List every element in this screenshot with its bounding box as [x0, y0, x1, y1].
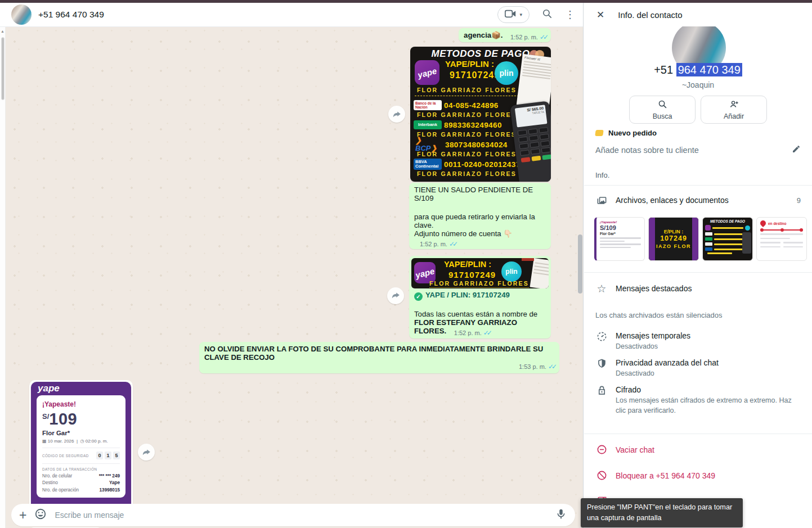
- label-tag-icon: [595, 130, 604, 136]
- pencil-icon: [792, 145, 801, 156]
- yape-plin-number: 917107249: [450, 70, 500, 80]
- read-ticks-icon: ✓✓: [546, 363, 555, 371]
- scroll-up-icon[interactable]: ▲: [1, 29, 5, 33]
- advanced-privacy-row[interactable]: Privacidad avanzada del chat Desactivado: [595, 358, 801, 378]
- message-outgoing-image: METODOS DE PAGO yape YAPE/PLIN : 9171072…: [388, 47, 551, 182]
- receipt-row: DestinoYape: [42, 480, 120, 485]
- payment-methods-image[interactable]: METODOS DE PAGO yape YAPE/PLIN : 9171072…: [410, 47, 551, 182]
- avatar[interactable]: [11, 4, 32, 25]
- close-icon[interactable]: ✕: [596, 9, 604, 21]
- encryption-row[interactable]: Cifrado Los mensajes están cifrados de e…: [595, 385, 801, 416]
- person-add-icon: [729, 100, 739, 111]
- star-icon: ☆: [595, 283, 608, 294]
- receipt-card: ¡Yapeaste! S/109 Flor Gar* ▦ 10 mar. 202…: [37, 395, 125, 498]
- message-input[interactable]: Escribe un mensaje: [55, 511, 555, 520]
- caption-line: Todas las cuentas están a nombre de: [414, 310, 546, 318]
- contact-pushname: ~Joaquin: [584, 80, 812, 89]
- left-scrollbar[interactable]: ▲: [0, 27, 6, 528]
- media-thumb-yape-plin[interactable]: E/PLIN : 107249 IAZO FLOR: [648, 217, 699, 261]
- add-contact-button[interactable]: Añadir: [701, 96, 767, 124]
- minus-circle-icon: [595, 444, 608, 455]
- chat-title[interactable]: +51 964 470 349: [38, 10, 497, 20]
- clock-icon: ◷: [80, 439, 84, 444]
- message-composer: + Escribe un mensaje: [11, 504, 575, 526]
- message-meta: 1:53 p. m.✓✓: [204, 363, 555, 371]
- media-thumbnails: ¡Yapeaste! S/109 Flor Gar* E/PLIN : 1072…: [594, 217, 812, 261]
- video-camera-icon: [505, 10, 516, 20]
- message-outgoing-text[interactable]: NO OLVIDE ENVIAR LA FOTO DE SU COMPROBAN…: [199, 342, 559, 373]
- whatsapp-window: +51 964 470 349 ▾ ⋮ agencia�: [0, 0, 812, 528]
- message-line: para que pueda retirarlo y enviarla la c…: [414, 213, 546, 229]
- panel-title: Info. del contacto: [618, 10, 682, 20]
- panel-header: ✕ Info. del contacto: [584, 3, 812, 26]
- window-top-strip: [0, 0, 812, 3]
- media-links-docs-row[interactable]: Archivos, enlaces y documentos 9: [595, 186, 801, 215]
- attach-plus-icon[interactable]: +: [19, 508, 26, 523]
- receipt-paper-graphic: [530, 258, 549, 288]
- customer-notes-row[interactable]: Añade notas sobre tu cliente: [595, 145, 801, 156]
- message-bubble[interactable]: yape ¡Yapeaste! S/109 Flor Gar* ▦ 10 mar…: [29, 380, 133, 524]
- yape-logo: yape: [38, 383, 60, 394]
- search-in-chat-button[interactable]: Busca: [629, 96, 696, 124]
- map-pin-icon: [759, 219, 767, 227]
- bank-row-nacion: Banco de la Nación 04-085-424896: [414, 100, 519, 111]
- receipt-row: Nro. de celular*** *** 249: [42, 473, 120, 479]
- emoji-sticker-icon[interactable]: [34, 508, 47, 522]
- message-text: NO OLVIDE ENVIAR LA FOTO DE SU COMPROBAN…: [204, 345, 543, 362]
- video-call-button[interactable]: ▾: [497, 6, 530, 23]
- archived-chats-note: Los chats archivados están silenciados: [595, 311, 812, 319]
- message-meta: 1:52 p. m.✓✓: [420, 240, 456, 248]
- bank-accounts: Banco de la Nación 04-085-424896 FLOR GA…: [414, 98, 519, 178]
- chat-header-actions: ▾ ⋮: [497, 6, 575, 23]
- green-check-icon: ✓: [414, 292, 423, 301]
- media-thumb-receipt[interactable]: ¡Yapeaste! S/109 Flor Gar*: [594, 217, 645, 261]
- block-contact-row[interactable]: Bloquear a +51 964 470 349: [595, 469, 801, 482]
- forward-icon[interactable]: [387, 287, 404, 304]
- media-thumb-tracking[interactable]: en destino: [756, 217, 807, 261]
- bank-row-interbank: Interbank 8983363249460: [414, 119, 519, 130]
- message-text: agencia📦.: [464, 31, 503, 39]
- contact-phone[interactable]: +51 964 470 349: [584, 64, 812, 76]
- receipt-paper-graphic: Floower st: [517, 54, 551, 109]
- bbva-logo: BBVA Continental: [414, 159, 442, 170]
- receipt-amount: S/109: [42, 410, 120, 428]
- scrollbar-thumb[interactable]: [1, 37, 5, 100]
- plin-logo: plin: [501, 261, 522, 282]
- media-thumb-payment-methods[interactable]: METODOS DE PAGO: [702, 217, 753, 261]
- panel-body: +51 964 470 349 ~Joaquin Busca Añadir Nu…: [584, 64, 812, 528]
- clear-chat-row[interactable]: Vaciar chat: [595, 443, 801, 457]
- message-meta: 1:52 p. m.✓✓: [454, 329, 490, 337]
- search-chat-button[interactable]: [542, 8, 553, 21]
- microphone-icon[interactable]: [555, 508, 567, 522]
- media-count: 9: [797, 196, 801, 205]
- forward-icon[interactable]: [138, 444, 155, 461]
- divider: [415, 96, 522, 96]
- chat-header: +51 964 470 349 ▾ ⋮: [0, 3, 583, 27]
- conversation-area: agencia📦. 1:52 p. m.✓✓ METODOS DE PAGO y…: [0, 27, 583, 528]
- message-outgoing-text[interactable]: agencia📦. 1:52 p. m.✓✓: [459, 28, 551, 42]
- media-stack-icon: [595, 195, 608, 206]
- search-icon: [658, 100, 667, 111]
- selected-text: 964 470 349: [676, 63, 742, 76]
- contact-actions: Busca Añadir: [584, 96, 812, 124]
- read-ticks-icon: ✓✓: [482, 329, 490, 337]
- calendar-icon: ▦: [42, 439, 47, 444]
- yape-plin-banner-image[interactable]: yape YAPE/PLIN : 917107249 plin FLOR GAR…: [411, 258, 549, 288]
- yape-app-icon: yape: [415, 60, 439, 85]
- caption-line: FLOR ESTEFANY GARRIAZO FLORES. 1:52 p. m…: [414, 318, 546, 335]
- yape-receipt-image[interactable]: yape ¡Yapeaste! S/109 Flor Gar* ▦ 10 mar…: [31, 382, 131, 522]
- message-outgoing-text[interactable]: TIENE UN SALDO PENDIENTE DE S/109 para q…: [409, 183, 551, 249]
- block-icon: [595, 470, 608, 481]
- chat-scrollbar-thumb[interactable]: [578, 234, 582, 294]
- message-bubble[interactable]: yape YAPE/PLIN : 917107249 plin FLOR GAR…: [409, 256, 551, 339]
- disappearing-messages-row[interactable]: Mensajes temporales Desactivados: [595, 331, 801, 351]
- bank-row-bcp: ❯BCP❯ 38073480634024: [414, 139, 519, 150]
- message-outgoing-image-caption: yape YAPE/PLIN : 917107249 plin FLOR GAR…: [387, 252, 551, 339]
- plin-logo: plin: [495, 61, 518, 85]
- order-status-row[interactable]: Nuevo pedido: [595, 129, 812, 137]
- starred-messages-row[interactable]: ☆ Mensajes destacados: [595, 281, 801, 296]
- menu-kebab-icon[interactable]: ⋮: [565, 8, 575, 21]
- message-line: TIENE UN SALDO PENDIENTE DE S/109: [414, 186, 546, 202]
- forward-icon[interactable]: [388, 106, 405, 123]
- owner-name: FLOR GARRIAZO FLORES: [417, 87, 517, 93]
